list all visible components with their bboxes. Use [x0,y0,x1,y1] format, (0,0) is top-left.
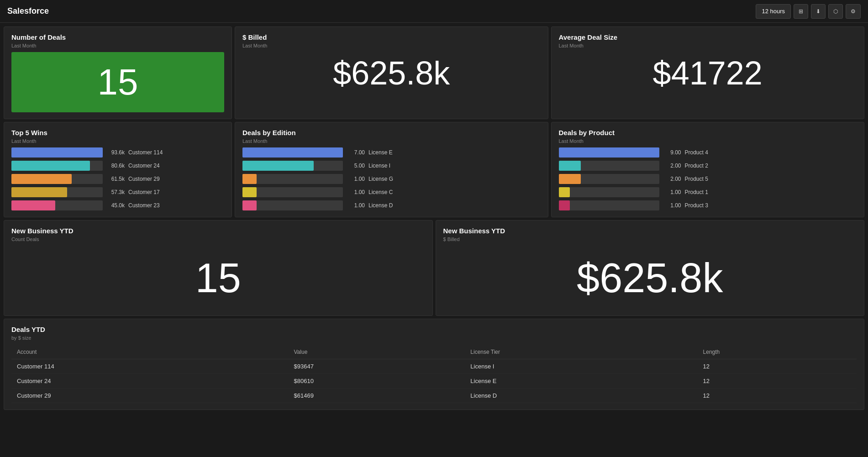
deals-by-edition-title: Deals by Edition [242,129,541,137]
bar-value: 45.0k [106,202,125,209]
grid-view-button[interactable]: ⊞ [794,4,808,19]
bar-track [242,200,343,210]
number-of-deals-box: 15 [11,52,224,112]
number-of-deals-card: Number of Deals Last Month 15 [4,26,232,119]
col-value: Value [289,345,465,359]
deals-by-product-card: Deals by Product Last Month 9.00Product … [551,122,865,217]
bar-value: 57.3k [106,189,125,195]
deals-by-edition-chart: 7.00License E5.00License I1.00License G1… [242,147,541,210]
time-filter-button[interactable]: 12 hours [756,4,791,19]
bar-fill [11,187,67,197]
grid-icon: ⊞ [799,8,803,15]
bar-label: Customer 29 [128,176,160,182]
bar-row: 80.6kCustomer 24 [11,161,224,171]
table-cell-length: 12 [698,389,857,403]
bar-fill [242,174,257,184]
bar-row: 57.3kCustomer 17 [11,187,224,197]
bar-label: Product 5 [685,176,708,182]
dashboard: Number of Deals Last Month 15 $ Billed L… [0,23,868,414]
bar-row: 5.00License I [242,161,541,171]
header: Salesforce 12 hours ⊞ ⬇ ⬡ ⚙ [0,0,868,23]
avg-deal-size-subtitle: Last Month [559,43,857,48]
share-button[interactable]: ⬡ [828,4,843,19]
deals-ytd-subtitle: by $ size [11,335,857,341]
top5-wins-chart: 93.6kCustomer 11480.6kCustomer 2461.5kCu… [11,147,224,210]
bar-value: 93.6k [106,149,125,156]
bar-track [11,187,103,197]
bar-label: Product 4 [685,149,708,156]
bar-row: 93.6kCustomer 114 [11,147,224,158]
top5-wins-card: Top 5 Wins Last Month 93.6kCustomer 1148… [4,122,232,217]
row-3: New Business YTD Count Deals 15 New Busi… [4,220,864,316]
bar-value: 1.00 [663,202,681,209]
new-business-billed-subtitle: $ Billed [443,236,857,242]
new-business-billed-title: New Business YTD [443,227,857,235]
bar-track [242,174,343,184]
bar-value: 1.00 [663,189,681,195]
bar-fill [11,147,103,158]
new-business-count-card: New Business YTD Count Deals 15 [4,220,433,316]
col-license-tier: License Tier [465,345,697,359]
table-cell-license_tier: License I [465,359,697,374]
billed-subtitle: Last Month [242,43,541,48]
bar-value: 5.00 [347,163,365,169]
bar-track [11,147,103,158]
deals-by-edition-card: Deals by Edition Last Month 7.00License … [235,122,548,217]
bar-value: 80.6k [106,163,125,169]
col-length: Length [698,345,857,359]
bar-value: 2.00 [663,176,681,182]
deals-by-product-subtitle: Last Month [559,138,857,144]
settings-button[interactable]: ⚙ [846,4,861,19]
bar-row: 61.5kCustomer 29 [11,174,224,184]
new-business-count-subtitle: Count Deals [11,236,425,242]
bar-row: 1.00Product 3 [559,200,857,210]
bar-fill [11,200,55,210]
share-icon: ⬡ [833,8,838,15]
bar-fill [559,147,659,158]
bar-value: 1.00 [347,202,365,209]
table-cell-license_tier: License E [465,374,697,389]
bar-fill [559,174,581,184]
bar-label: Customer 24 [128,163,160,169]
top5-wins-title: Top 5 Wins [11,129,224,137]
new-business-billed-card: New Business YTD $ Billed $625.8k [436,220,865,316]
avg-deal-size-value-container: $41722 [559,52,857,94]
table-row: Customer 24$80610License E12 [11,374,857,389]
table-row: Customer 114$93647License I12 [11,359,857,374]
new-business-count-value: 15 [11,246,425,311]
bar-track [242,161,343,171]
bar-label: Customer 17 [128,189,160,195]
new-business-count-title: New Business YTD [11,227,425,235]
billed-value: $625.8k [333,57,450,89]
bar-fill [559,161,581,171]
row-2: Top 5 Wins Last Month 93.6kCustomer 1148… [4,122,864,217]
bar-row: 9.00Product 4 [559,147,857,158]
bar-fill [559,187,570,197]
avg-deal-size-value: $41722 [653,57,763,89]
bar-fill [242,187,257,197]
bar-row: 1.00License G [242,174,541,184]
download-button[interactable]: ⬇ [811,4,826,19]
number-of-deals-subtitle: Last Month [11,43,224,48]
table-cell-account: Customer 24 [11,374,289,389]
bar-track [559,174,659,184]
bar-fill [242,161,314,171]
bar-value: 1.00 [347,176,365,182]
app-title: Salesforce [7,6,49,16]
bar-value: 1.00 [347,189,365,195]
bar-label: License C [368,189,393,195]
bar-track [11,161,103,171]
new-business-billed-value: $625.8k [443,246,857,311]
number-of-deals-title: Number of Deals [11,33,224,41]
bar-fill [242,200,257,210]
number-of-deals-value: 15 [98,61,138,103]
bar-fill [11,174,72,184]
bar-label: License I [368,163,390,169]
header-controls: 12 hours ⊞ ⬇ ⬡ ⚙ [756,4,861,19]
bar-value: 7.00 [347,149,365,156]
bar-label: Product 2 [685,163,708,169]
bar-row: 2.00Product 5 [559,174,857,184]
settings-icon: ⚙ [851,8,856,15]
bar-track [559,147,659,158]
table-cell-length: 12 [698,374,857,389]
